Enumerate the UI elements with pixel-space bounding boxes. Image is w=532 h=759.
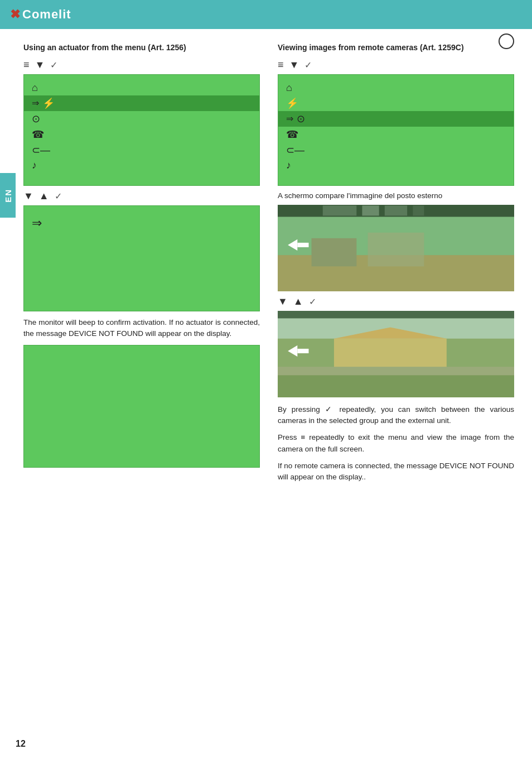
svg-rect-10 [297, 243, 308, 247]
circle-icon: ⊙ [32, 113, 40, 125]
display-arrow-icon: ⇒ [32, 216, 42, 230]
right-circle-icon: ⊙ [297, 113, 305, 125]
camera-image-box-1 [278, 205, 514, 291]
left-controls-row1: ≡ ▼ ✓ [23, 59, 260, 71]
down-icon-left2[interactable]: ▼ [23, 190, 33, 202]
phone-icon: ☎ [32, 128, 44, 141]
down-icon-right[interactable]: ▼ [289, 59, 299, 71]
left-menu-items: ⌂ ⇒ ⚡ ⊙ ☎ ⊂— [24, 75, 259, 179]
left-section-title: Using an actuator from the menu (Art. 12… [23, 42, 260, 54]
right-phone-icon: ☎ [286, 128, 298, 141]
italian-description: A schermo compare l'immagine del posto e… [278, 190, 514, 201]
svg-rect-5 [413, 205, 424, 215]
right-menu-item-note: ♪ [286, 158, 506, 173]
svg-rect-3 [362, 205, 379, 215]
camera-scene-svg-2 [278, 311, 514, 397]
logo: ✖ Comelit [10, 7, 71, 22]
down-icon-left[interactable]: ▼ [35, 59, 45, 71]
circle-badge [499, 33, 514, 49]
menu-item-camera: ⊂— [32, 142, 252, 158]
svg-rect-2 [323, 205, 357, 215]
camera-menu-icon: ⊂— [32, 144, 50, 156]
left-menu-box: ⌂ ⇒ ⚡ ⊙ ☎ ⊂— [23, 74, 260, 186]
right-desc3: If no remote camera is connected, the me… [278, 460, 514, 483]
right-menu-item-cam: ⊂— [286, 142, 506, 158]
check-icon-right2[interactable]: ✓ [309, 296, 316, 307]
right-section-title: Viewing images from remote cameras (Art.… [278, 42, 514, 54]
svg-rect-16 [278, 372, 514, 397]
svg-rect-17 [278, 367, 514, 375]
right-controls-row2: ▼ ▲ ✓ [278, 296, 514, 308]
left-description: The monitor will beep to confirm activat… [23, 317, 260, 340]
right-desc1: By pressing ✓ repeatedly, you can switch… [278, 404, 514, 427]
left-column: Using an actuator from the menu (Art. 12… [23, 42, 260, 488]
page-number: 12 [16, 739, 26, 749]
camera-image-box-2 [278, 311, 514, 397]
language-label: EN [3, 189, 13, 203]
down-icon-right2[interactable]: ▼ [278, 296, 288, 308]
right-camera-icon: ⊂— [286, 144, 304, 156]
right-house-icon: ⌂ [286, 82, 292, 94]
right-menu-item-phone: ☎ [286, 127, 506, 142]
svg-rect-8 [368, 233, 424, 267]
menu-item-house: ⌂ [32, 80, 252, 95]
up-icon-left2[interactable]: ▲ [39, 190, 49, 202]
menu-icon-left[interactable]: ≡ [23, 59, 30, 71]
check-icon-left2[interactable]: ✓ [55, 191, 62, 201]
main-content: Using an actuator from the menu (Art. 12… [0, 29, 532, 522]
check-icon-left[interactable]: ✓ [50, 60, 57, 70]
header: ✖ Comelit [0, 0, 532, 29]
logo-text: Comelit [22, 7, 71, 22]
right-menu-box: ⌂ ⚡ ⇒ ⊙ ☎ ⊂— [278, 74, 514, 186]
svg-rect-7 [312, 238, 357, 266]
menu-item-phone: ☎ [32, 127, 252, 142]
left-display-inner: ⇒ [24, 206, 259, 236]
left-controls-row2: ▼ ▲ ✓ [23, 190, 260, 202]
actuator-icon: ⚡ [42, 97, 55, 109]
svg-rect-13 [278, 311, 514, 318]
menu-icon-right[interactable]: ≡ [278, 59, 284, 71]
logo-icon: ✖ [10, 8, 20, 21]
check-icon-right[interactable]: ✓ [304, 60, 312, 70]
right-menu-item-camera: ⇒ ⊙ [278, 111, 514, 127]
house-icon: ⌂ [32, 82, 38, 94]
right-desc2: Press ≡ repeatedly to exit the menu and … [278, 432, 514, 455]
right-arrow-icon: ⇒ [286, 113, 293, 124]
right-menu-items: ⌂ ⚡ ⇒ ⊙ ☎ ⊂— [278, 75, 514, 179]
right-column: Viewing images from remote cameras (Art.… [278, 42, 514, 488]
menu-item-circle: ⊙ [32, 111, 252, 127]
camera-scene-svg-1 [278, 205, 514, 291]
svg-rect-19 [297, 349, 308, 353]
svg-rect-4 [385, 205, 407, 215]
left-blank-box [23, 345, 260, 468]
right-actuator-icon: ⚡ [286, 97, 298, 109]
right-menu-item-house: ⌂ [286, 80, 506, 95]
up-icon-right2[interactable]: ▲ [293, 296, 303, 308]
left-display-box: ⇒ [23, 205, 260, 311]
note-icon: ♪ [32, 160, 37, 171]
right-note-icon: ♪ [286, 160, 291, 171]
menu-item-note: ♪ [32, 158, 252, 173]
right-controls-row1: ≡ ▼ ✓ [278, 59, 514, 71]
menu-item-actuator: ⇒ ⚡ [24, 95, 259, 111]
right-menu-item-actuator: ⚡ [286, 95, 506, 111]
arrow-right-icon: ⇒ [32, 98, 39, 108]
language-sidebar: EN [0, 173, 16, 218]
